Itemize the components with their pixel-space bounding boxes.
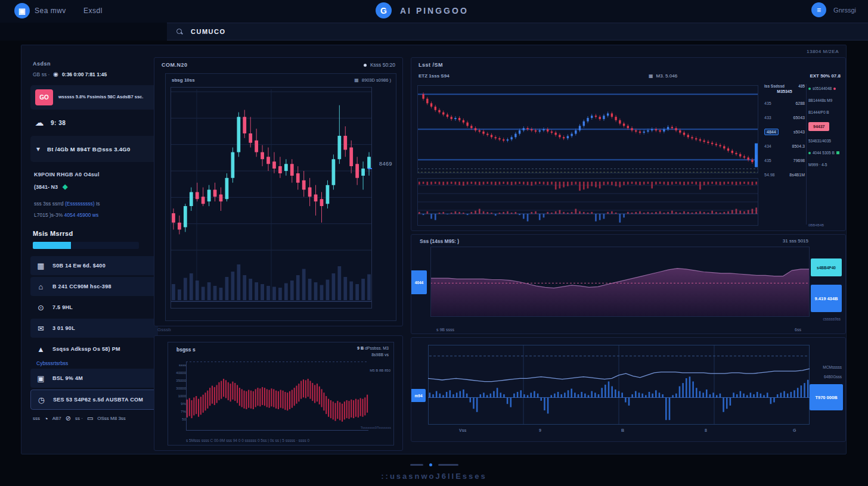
flow-blue-button[interactable]: 9.419 434B	[811, 285, 842, 312]
sidebar-item-chat[interactable]: ✉ 3 01 90L	[30, 319, 158, 338]
para-post: Is	[95, 201, 100, 207]
tape-badge-2: EXT 50% 07.8	[810, 73, 841, 79]
green-square-icon	[836, 151, 839, 154]
cloud-icon: ☁	[34, 117, 45, 128]
x-tick: 8	[705, 428, 707, 432]
chat-icon: ✉	[36, 324, 46, 333]
sidebar-item-image[interactable]: ▣ BSL 9% 4M	[30, 369, 158, 388]
search-icon	[176, 29, 182, 35]
account-area[interactable]: ≡ Gnrssgi	[811, 2, 856, 17]
nav-item-2[interactable]: Exsdl	[83, 7, 103, 15]
footer-text-1: sss	[33, 416, 40, 421]
menu-item-label: 3 01 90L	[52, 325, 75, 331]
app-logo-icon[interactable]: ▣	[14, 3, 30, 18]
sidebar-footer-row: sss ◔ AB7 ⊘ ss · ▭ OSss M8 3ss	[33, 415, 158, 422]
market-card-right: ▦ 8903D s0986 )	[354, 77, 391, 83]
top-bar: ▣ Sea mwv Exsdl G AI PINGGOO ≡ Gnrssgi	[0, 0, 868, 23]
sidebar-section-label: Asdsn	[33, 61, 158, 67]
price-col-header-val: 435	[798, 84, 805, 88]
pulse-blue-button[interactable]: T970 000B	[810, 384, 843, 410]
chevron-down-icon: ▾	[36, 145, 40, 152]
sidebar-item-mountain[interactable]: ▲ Ssqss Adkssp Os 58) PM	[30, 339, 158, 359]
order-item[interactable]: 534631/4035	[808, 139, 844, 143]
pagination	[0, 463, 868, 466]
menu-item-label: B 241 CC90M hsc-398	[52, 284, 111, 289]
divider	[806, 84, 807, 225]
tape-badge-1-label: M3. 5.046	[656, 73, 678, 79]
link-line-link[interactable]: 4054 45900 ws	[64, 212, 99, 218]
pulse-left-tag[interactable]: m94	[411, 389, 426, 402]
order-item[interactable]: 8B14448s M9	[808, 98, 844, 102]
bell-icon[interactable]: ◔	[44, 415, 48, 422]
page-dot-active[interactable]	[429, 463, 432, 466]
price-col-header: Iss Ssdssd	[764, 84, 785, 88]
wave-right-bottom: Tsssssss9Tsssssss	[361, 426, 391, 429]
sell-button[interactable]: 94437	[808, 122, 844, 131]
brand-logo-icon: G	[376, 2, 392, 18]
nav-item-1[interactable]: Sea mwv	[35, 7, 66, 15]
y-axis-label: 7%	[170, 408, 186, 416]
sidebar-link-item[interactable]: Cybsssrtsrbss	[36, 360, 158, 366]
menu-item-label: 7.5 9HL	[52, 304, 73, 310]
panel-flow: Sss (14ss M95: ) 31 sss 5015 4044 s4BB4P…	[411, 234, 846, 334]
search-field[interactable]: CUMUCO	[167, 23, 868, 40]
sidebar-item-calendar[interactable]: ▦ S0B 14 Ew 6d. $400	[30, 256, 158, 275]
promo-card[interactable]: GO wsssss 5.8% Fssimiss 58C AsdsB7 ssc.	[30, 85, 158, 110]
market-title-right: Ksss 50:20	[364, 62, 395, 68]
account-label: Gnrssgi	[833, 7, 856, 14]
sidebar-note: K9POIN RHGB A0 O4sul	[34, 172, 158, 177]
menu-item-label: BSL 9% 4M	[52, 375, 83, 381]
wave-right-small: 9 B	[357, 346, 364, 350]
power-icon: ⊙	[36, 303, 46, 312]
clock-icon: ◷	[36, 395, 46, 404]
footer-text-3: ss ·	[75, 416, 83, 421]
wave-right-labels: 9 B dPssbss. M3 8s98B vs	[357, 345, 389, 358]
tape-title: Lsst /SM	[418, 62, 443, 68]
sidebar-item-power[interactable]: ⊙ 7.5 9HL	[30, 298, 158, 317]
sidebar-item-bank[interactable]: ⌂ B 241 CC90M hsc-398	[30, 277, 158, 296]
flow-left-tag[interactable]: 4044	[411, 270, 427, 294]
price-col-subheader: M35345	[764, 89, 805, 94]
green-dot-icon	[808, 88, 811, 90]
order-list: s05144048 8B14448s M9 B1444/P0 B 94437 5…	[808, 86, 844, 175]
market-title: COM.N20	[162, 62, 188, 68]
sidebar-item-clock[interactable]: ◷ SES 53 S4P62 s.5d AUSBTA COM	[30, 390, 158, 410]
tape-subtitle: ETZ 1sss S94	[418, 73, 450, 79]
window-icon[interactable]: ▭	[87, 415, 93, 422]
footer-text-2: AB7	[52, 416, 61, 421]
app-title: AI PINGGOO	[400, 6, 469, 15]
order-item[interactable]: s05144048	[808, 86, 844, 91]
para-link[interactable]: (Esssssssss)	[65, 201, 95, 207]
x-tick: G	[793, 428, 796, 432]
account-dropdown[interactable]: ▾ Bt /4Gb M 894T B@sss 3.4G0	[30, 136, 158, 162]
para-pre: sss 3ss ssrrd	[34, 201, 65, 207]
y-axis-label: 9%	[170, 400, 186, 408]
market-clock-label: Ksss 50:20	[370, 62, 395, 68]
weather-row[interactable]: ☁ 9: 38	[34, 117, 158, 128]
sidebar-paragraph: sss 3ss ssrrd (Esssssssss) Is	[34, 201, 158, 207]
link-line-pre: L7015 )s-3%	[34, 212, 64, 218]
shield-icon: ◆	[63, 183, 67, 191]
pulse-right-line1: MCMsssss	[823, 365, 842, 369]
order-item[interactable]: B1444/P0 B	[808, 110, 844, 114]
price-row-highlighted[interactable]: 4844s5043	[764, 124, 805, 139]
order-item[interactable]: M999 · 4-5	[808, 163, 844, 167]
flow-cyan-button[interactable]: s4BB4P40	[811, 258, 842, 276]
app-window: ▣ Sea mwv Exsdl G AI PINGGOO ≡ Gnrssgi C…	[0, 0, 868, 486]
corner-label: 13804 M/2EA	[807, 49, 839, 54]
page-dash[interactable]	[410, 464, 423, 466]
x-tick: 9	[539, 428, 541, 432]
progress-bar	[33, 242, 139, 249]
block-icon[interactable]: ⊘	[66, 415, 71, 422]
page-dash[interactable]	[438, 464, 458, 466]
order-item[interactable]: 4044 5305 B	[808, 151, 844, 155]
order-note: 0BB4B4B	[808, 223, 824, 227]
sidebar-link-line: L7015 )s-3% 4054 45900 ws	[34, 212, 158, 218]
dropdown-label: Bt /4Gb M 894T B@sss 3.4G0	[47, 146, 131, 152]
wave-y-axis-labels: ssss40000350003000010009%7%50	[170, 362, 186, 423]
workspace: 13804 M/2EA Asdsn GB ss · ◉ 0:36 0:00 7:…	[21, 45, 847, 454]
volume-line-chart	[428, 345, 810, 425]
red-dot-icon	[833, 88, 836, 90]
tape-badge-1: ▦ M3. 5.046	[649, 73, 677, 79]
tape-price-column: Iss Ssdssd 435 M35345 4356288 43365043 4…	[764, 84, 805, 182]
